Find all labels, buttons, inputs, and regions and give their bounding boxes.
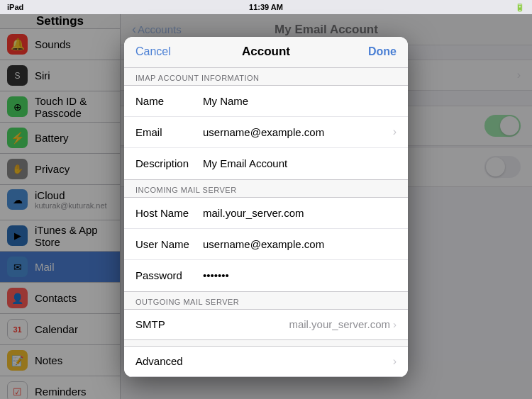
hostname-label: Host Name [135,207,203,219]
incoming-section: Host Name mail.your_server.com User Name… [124,197,408,292]
status-bar-right: 🔋 [515,3,525,12]
username-row[interactable]: User Name username@example.com [124,229,408,260]
advanced-chevron-icon: › [393,355,397,368]
account-modal: Cancel Account Done IMAP ACCOUNT INFORMA… [124,37,408,377]
password-row[interactable]: Password ••••••• [124,260,408,291]
hostname-row[interactable]: Host Name mail.your_server.com [124,198,408,229]
status-bar-time: 11:39 AM [249,3,283,11]
email-value: username@example.com [203,126,387,138]
description-row[interactable]: Description My Email Account [124,148,408,179]
email-label: Email [135,126,203,138]
smtp-chevron-icon: › [393,318,397,330]
status-bar: iPad 11:39 AM 🔋 [0,0,532,14]
password-label: Password [135,269,203,281]
smtp-row[interactable]: SMTP mail.your_server.com › [124,309,408,340]
advanced-row[interactable]: Advanced › [124,346,408,377]
status-bar-left: iPad [7,3,23,11]
hostname-value: mail.your_server.com [203,207,397,219]
username-label: User Name [135,238,203,250]
email-chevron-icon: › [393,125,397,138]
imap-section-header: IMAP ACCOUNT INFORMATION [124,68,408,85]
advanced-label: Advanced [135,355,203,367]
smtp-value: mail.your_server.com [289,318,390,330]
name-row[interactable]: Name My Name [124,86,408,117]
description-label: Description [135,157,203,169]
incoming-section-header: INCOMING MAIL SERVER [124,180,408,197]
cancel-button[interactable]: Cancel [135,45,171,58]
smtp-value-container: mail.your_server.com › [289,318,397,330]
modal-title: Account [242,45,290,59]
name-label: Name [135,95,203,107]
name-value: My Name [203,95,397,107]
username-value: username@example.com [203,238,397,250]
smtp-label: SMTP [135,318,203,330]
modal-overlay: Cancel Account Done IMAP ACCOUNT INFORMA… [0,14,532,399]
done-button[interactable]: Done [368,45,397,58]
email-row[interactable]: Email username@example.com › [124,117,408,148]
password-value: ••••••• [203,269,397,281]
modal-header: Cancel Account Done [124,37,408,68]
outgoing-section-header: OUTGOING MAIL SERVER [124,292,408,309]
imap-section: Name My Name Email username@example.com … [124,85,408,180]
description-value: My Email Account [203,157,397,169]
